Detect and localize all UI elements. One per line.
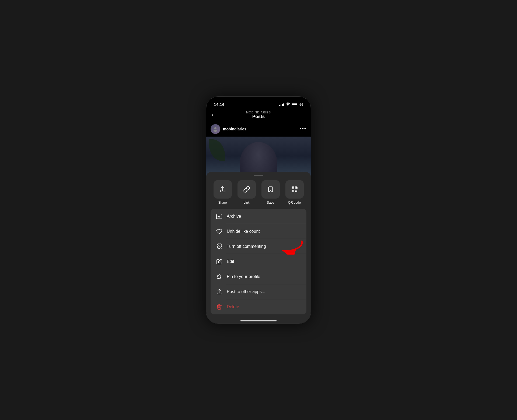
svg-rect-6 <box>296 187 296 188</box>
battery-icon: 96 <box>292 103 303 106</box>
avatar[interactable] <box>211 124 220 134</box>
pin-icon <box>216 273 222 280</box>
link-icon-box <box>237 180 256 199</box>
status-bar: 14:16 96 <box>206 97 311 109</box>
bottom-sheet: Share Link Save <box>206 172 311 324</box>
qr-icon-box <box>285 180 304 199</box>
status-time: 14:16 <box>214 102 225 107</box>
drag-handle <box>254 175 263 176</box>
trash-icon <box>216 304 222 310</box>
svg-rect-7 <box>292 190 293 191</box>
archive-icon <box>216 213 222 220</box>
pin-to-profile-label: Pin to your profile <box>227 274 260 279</box>
unhide-like-count-label: Unhide like count <box>227 229 260 234</box>
phone-frame: 14:16 96 ‹ M <box>206 96 311 324</box>
archive-label: Archive <box>227 214 241 219</box>
nav-title-container: MOBINDIARIES Posts <box>246 111 271 119</box>
share-button[interactable]: Share <box>211 180 235 204</box>
share-icon-box <box>214 180 232 199</box>
edit-icon <box>216 258 222 265</box>
sheet-handle <box>206 172 311 179</box>
svg-rect-5 <box>292 187 293 188</box>
share-up-icon <box>216 289 222 295</box>
home-bar <box>240 320 277 321</box>
save-icon <box>267 186 274 193</box>
nav-title: Posts <box>252 114 265 119</box>
link-label: Link <box>243 201 249 204</box>
quick-actions-row: Share Link Save <box>206 179 311 209</box>
signal-icon <box>279 103 284 106</box>
heart-icon <box>216 228 222 235</box>
menu-list: Archive Unhide like count <box>211 209 306 314</box>
no-comment-icon <box>216 243 222 250</box>
delete-menu-item[interactable]: Delete <box>211 299 306 314</box>
qr-code-label: QR code <box>288 201 301 204</box>
status-icons: 96 <box>279 102 303 106</box>
back-button[interactable]: ‹ <box>212 112 214 119</box>
turn-off-commenting-menu-item[interactable]: Turn off commenting <box>211 239 306 254</box>
svg-point-1 <box>214 130 217 132</box>
archive-menu-item[interactable]: Archive <box>211 209 306 224</box>
post-user: mobindiaries <box>211 124 246 134</box>
more-options-button[interactable]: ••• <box>300 126 306 132</box>
post-to-other-apps-label: Post to other apps... <box>227 289 265 294</box>
red-arrow-annotation <box>279 238 303 255</box>
home-indicator <box>206 318 311 324</box>
post-header: mobindiaries ••• <box>206 122 311 137</box>
share-icon <box>219 186 226 193</box>
save-button[interactable]: Save <box>258 180 282 204</box>
edit-label: Edit <box>227 259 234 264</box>
turn-off-commenting-label: Turn off commenting <box>227 244 266 249</box>
leaf-decoration <box>209 139 225 161</box>
unhide-like-count-menu-item[interactable]: Unhide like count <box>211 224 306 239</box>
delete-label: Delete <box>227 304 239 309</box>
qr-code-button[interactable]: QR code <box>282 180 306 204</box>
pin-to-profile-menu-item[interactable]: Pin to your profile <box>211 269 306 284</box>
edit-menu-item[interactable]: Edit <box>211 254 306 269</box>
share-label: Share <box>218 201 227 204</box>
battery-level: 96 <box>300 103 303 106</box>
link-icon <box>243 186 250 193</box>
post-username: mobindiaries <box>223 127 246 131</box>
save-label: Save <box>267 201 274 204</box>
save-icon-box <box>261 180 280 199</box>
post-to-other-apps-menu-item[interactable]: Post to other apps... <box>211 284 306 299</box>
svg-point-0 <box>214 127 216 129</box>
wifi-icon <box>286 102 290 106</box>
link-button[interactable]: Link <box>235 180 258 204</box>
qr-icon <box>291 186 298 193</box>
nav-subtitle: MOBINDIARIES <box>246 111 271 114</box>
nav-bar: ‹ MOBINDIARIES Posts <box>206 109 311 122</box>
